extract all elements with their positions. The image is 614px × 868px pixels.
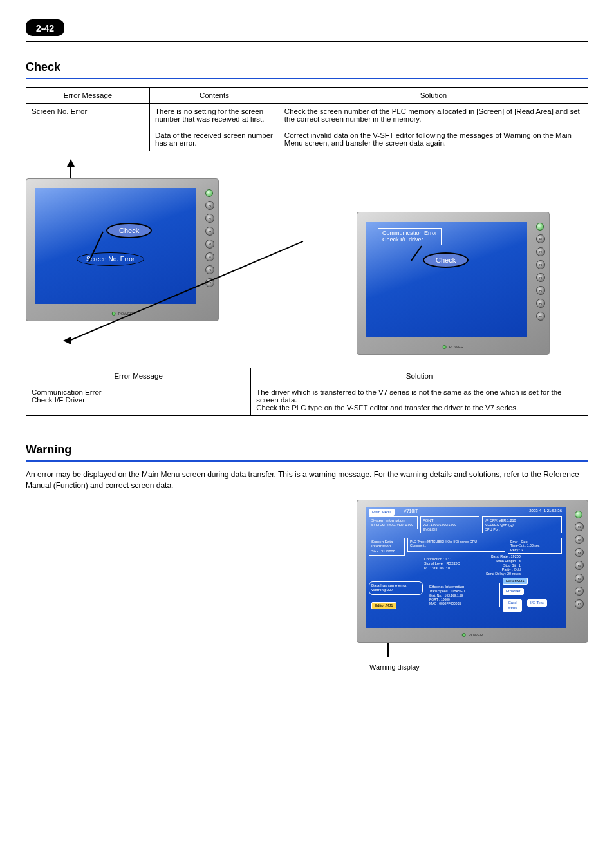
f-button[interactable]: F4 [536, 273, 545, 282]
arrow-head-icon [63, 337, 71, 344]
th-solution: Solution [251, 368, 588, 384]
f-button[interactable]: F3 [575, 548, 584, 557]
plc-type-box: PLC Type : MITSUBISHI QnH(Q) series CPU … [407, 538, 505, 552]
f-button[interactable]: F6 [536, 299, 545, 308]
plc-stat: PLC Stat.No. : 0 [424, 566, 460, 571]
f-button[interactable]: F4 [205, 240, 214, 249]
card-menu-button[interactable]: Card Menu [503, 599, 522, 612]
plc-name: MELSEC QnH (Q) [485, 523, 559, 527]
data-error-box: Data has some error. Warning:207 [369, 581, 423, 595]
td-contents: There is no setting for the screen numbe… [150, 104, 279, 127]
screen-data-title: Screen Data [371, 540, 402, 545]
td-contents: Data of the received screen number has a… [150, 127, 279, 151]
td-msg: Screen No. Error [26, 104, 150, 151]
size: Size : 5111808 [371, 549, 402, 554]
device-2-screen: Communication Error Check I/F driver Che… [366, 222, 527, 337]
f-button[interactable]: F6 [205, 265, 214, 274]
connection: Connection : 1 : 1 [424, 557, 460, 561]
io-test-button[interactable]: I/O Test [527, 599, 547, 607]
side-buttons: F1 F2 F3 F4 F5 F6 F7 [205, 189, 214, 287]
data-error: Data has some error. [371, 583, 420, 589]
signal: Signal Level : RS232C [424, 561, 460, 566]
if-drv-box: I/F DRV. VER.1.210 MELSEC QnH (Q) CPU Po… [482, 516, 562, 534]
check-table-2: Error Message Solution Communication Err… [26, 368, 588, 416]
eth-info-title: Ethernet Information [429, 585, 498, 590]
cpu-port: CPU Port [485, 527, 559, 532]
f-button[interactable]: F5 [536, 286, 545, 295]
device-2: Communication Error Check I/F driver Che… [357, 212, 550, 355]
editor-mj1-top-button[interactable]: Editor:MJ1 [503, 578, 528, 585]
model-label: V710iT [404, 509, 418, 514]
f-button[interactable]: F5 [205, 252, 214, 261]
power-label: POWER [449, 345, 464, 349]
section-warning-title: Warning [26, 443, 588, 457]
section-warning-underline [26, 460, 588, 462]
header-divider [26, 41, 588, 42]
check-button-device1[interactable]: Check [106, 223, 152, 238]
f-button[interactable]: F3 [536, 260, 545, 269]
font-lang: ENGLISH [423, 527, 477, 531]
warning-display-caption: Warning display [369, 663, 588, 671]
side-buttons: F1 F2 F3 F4 F5 F6 F7 [575, 511, 584, 609]
comm-error-text: Communication Error [382, 230, 437, 236]
section-check-title: Check [26, 61, 588, 74]
device-1-screen: Check Screen No. Error [35, 188, 196, 304]
table-row: Communication Error Check I/F Driver The… [26, 384, 588, 416]
mac: MAC : 0050FF000035 [429, 601, 498, 605]
info-label: Information [371, 544, 402, 549]
side-buttons: F1 F2 F3 F4 F5 F6 F7 [536, 223, 545, 321]
font-box: FONT VER.1.000/1.000/1.000 ENGLISH [420, 516, 479, 533]
f-button[interactable]: F4 [575, 561, 584, 570]
error-box: Error : Stop Time-Out : 1.00 sec Retry :… [508, 538, 562, 554]
power-indicator: POWER [462, 633, 483, 637]
devices-illustration: Check Screen No. Error F1 F2 F3 F4 F5 F6… [26, 160, 588, 360]
f-button[interactable]: F1 [575, 522, 584, 531]
if-drv-title: I/F DRV. VER.1.210 [485, 518, 559, 523]
f-button[interactable]: F2 [205, 214, 214, 223]
f-button[interactable]: F1 [205, 201, 214, 210]
th-error-message: Error Message [26, 368, 251, 384]
ethernet-button[interactable]: Ethernet [503, 588, 524, 596]
td-solution: Check the screen number of the PLC memor… [279, 104, 588, 127]
f-button[interactable]: F3 [205, 227, 214, 236]
f-button[interactable]: F6 [575, 587, 584, 596]
power-led-icon [462, 633, 466, 637]
detail-device-screen: Main Menu V710iT 2003-4 -1 21:52:36 Syst… [366, 507, 566, 628]
f-button[interactable]: F7 [575, 599, 584, 609]
f-button[interactable]: F2 [536, 247, 545, 256]
system-led-icon [536, 223, 544, 231]
retry: Retry : 3 [510, 548, 559, 552]
th-contents: Contents [150, 88, 279, 104]
main-menu-button[interactable]: Main Menu [369, 509, 395, 516]
check-button-label: Check [119, 227, 139, 234]
check-button-device2[interactable]: Check [423, 252, 469, 268]
power-indicator: POWER [443, 345, 464, 349]
system-led-icon [205, 189, 213, 197]
arrow-head-icon [67, 159, 75, 167]
f-button[interactable]: F7 [536, 312, 545, 321]
sys-info-title: System Information [371, 518, 415, 524]
power-led-icon [112, 312, 116, 316]
ethernet-info-box: Ethernet Information Trans.Speed : 10BAS… [427, 583, 500, 608]
screen-no-error-label: Screen No. Error [86, 256, 135, 263]
td-solution: The driver which is transferred to the V… [251, 384, 588, 416]
comment: Comment : [410, 543, 503, 548]
f-button[interactable]: F5 [575, 574, 584, 583]
power-led-icon [443, 345, 447, 349]
detail-device: Main Menu V710iT 2003-4 -1 21:52:36 Syst… [357, 500, 588, 643]
warning-paragraph: An error may be displayed on the Main Me… [26, 469, 588, 492]
check-button-label: Check [436, 256, 456, 264]
page-number-tag: 2-42 [26, 19, 64, 36]
screen-no-error-ellipse: Screen No. Error [77, 252, 144, 266]
editor-mj1-button[interactable]: Editor:MJ1 [371, 602, 396, 610]
sys-prog: SYSTEM PROG. VER. 1.000 [371, 523, 415, 527]
section-check-underline [26, 78, 588, 79]
caption-pointer-line [387, 643, 389, 657]
baud: Baud Rate : 19200 [486, 554, 521, 559]
power-label: POWER [469, 633, 483, 637]
f-button[interactable]: F1 [536, 234, 545, 243]
font-title: FONT [423, 518, 477, 524]
f-button[interactable]: F2 [575, 535, 584, 544]
inner-arrow-line [411, 245, 422, 261]
parity: Parity : Odd [486, 567, 521, 572]
